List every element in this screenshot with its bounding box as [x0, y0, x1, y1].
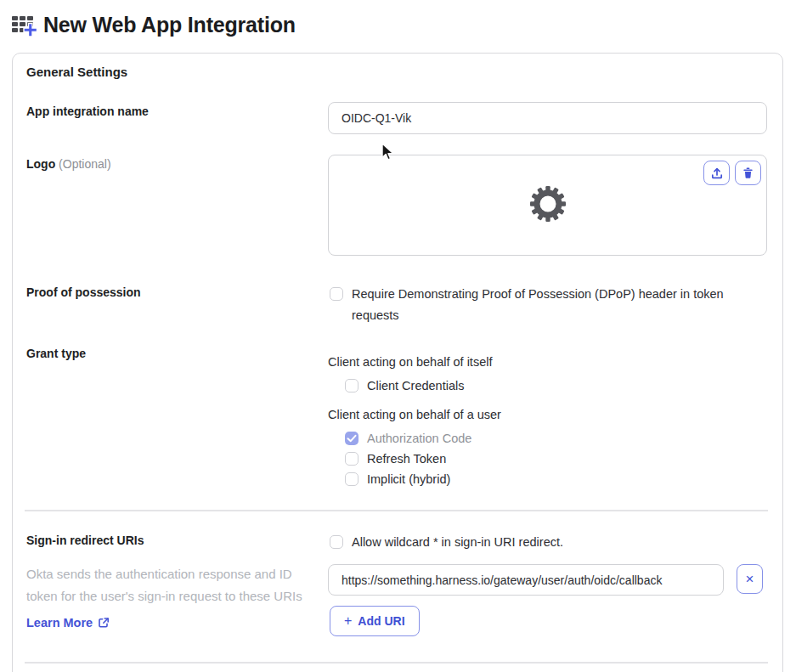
page-header: New Web App Integration	[10, 11, 296, 38]
refresh-token-checkbox[interactable]	[345, 452, 358, 466]
section-title: General Settings	[26, 65, 127, 79]
authorization-code-checkbox[interactable]	[345, 432, 358, 445]
gear-icon	[528, 184, 567, 227]
remove-uri-button[interactable]: ×	[737, 564, 763, 594]
implicit-hybrid-label[interactable]: Implicit (hybrid)	[367, 469, 450, 490]
logo-upload-button[interactable]	[703, 161, 730, 185]
redirect-help-text: Okta sends the authentication response a…	[26, 563, 322, 607]
learn-more-link[interactable]: Learn More	[26, 616, 110, 630]
external-link-icon	[98, 617, 110, 629]
section-divider	[25, 510, 768, 511]
grant-type-label: Grant type	[26, 347, 86, 360]
wildcard-checkbox[interactable]	[330, 535, 343, 549]
grant-group-heading-user: Client acting on behalf of a user	[328, 404, 501, 426]
logo-label-bold: Logo	[26, 157, 55, 171]
learn-more-label: Learn More	[26, 616, 93, 630]
client-credentials-checkbox[interactable]	[345, 379, 358, 392]
refresh-token-label[interactable]: Refresh Token	[367, 449, 446, 470]
signin-redirect-uris-label: Sign-in redirect URIs	[26, 534, 144, 547]
app-name-input[interactable]	[328, 102, 767, 134]
proof-of-possession-label: Proof of possession	[26, 285, 141, 299]
add-uri-label: Add URI	[358, 614, 404, 628]
grant-group-heading-self: Client acting on behalf of itself	[328, 352, 492, 373]
bottom-divider	[25, 662, 768, 664]
logo-label: Logo (Optional)	[26, 157, 111, 171]
wildcard-checkbox-label[interactable]: Allow wildcard * in sign-in URI redirect…	[352, 532, 563, 553]
app-grid-plus-icon	[10, 11, 37, 38]
upload-icon	[710, 167, 724, 180]
close-icon: ×	[746, 571, 754, 588]
trash-icon	[742, 167, 754, 179]
client-credentials-label[interactable]: Client Credentials	[367, 376, 464, 397]
page-title: New Web App Integration	[43, 13, 296, 37]
dpop-checkbox[interactable]	[330, 287, 343, 301]
plus-icon: +	[344, 613, 352, 629]
app-name-label: App integration name	[26, 104, 149, 118]
add-uri-button[interactable]: + Add URI	[330, 606, 420, 636]
redirect-uri-input[interactable]	[328, 564, 724, 596]
implicit-hybrid-checkbox[interactable]	[345, 472, 358, 486]
logo-optional-text: (Optional)	[59, 157, 110, 171]
dpop-checkbox-label[interactable]: Require Demonstrating Proof of Possessio…	[352, 284, 751, 326]
general-settings-card: General Settings App integration name Lo…	[12, 53, 783, 672]
logo-delete-button[interactable]	[735, 161, 761, 185]
authorization-code-label[interactable]: Authorization Code	[367, 428, 471, 449]
logo-dropzone[interactable]	[328, 155, 767, 256]
